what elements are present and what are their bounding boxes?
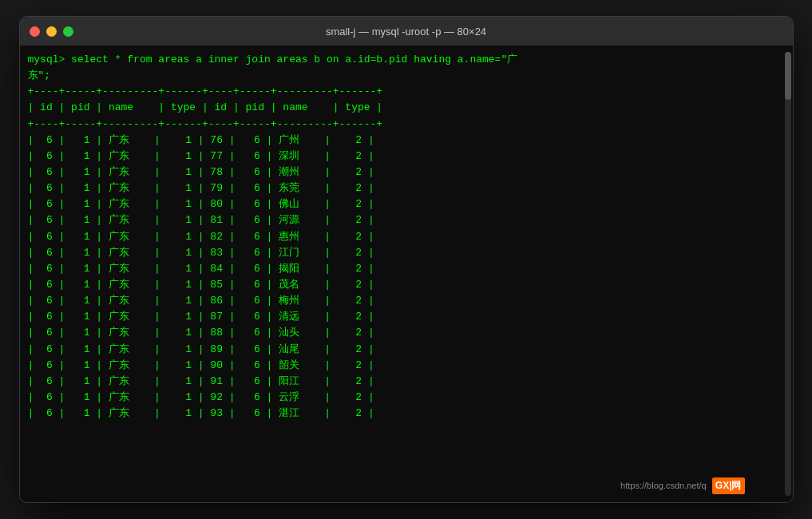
watermark-logo: GX|网 (712, 477, 745, 494)
terminal-body[interactable]: mysql> select * from areas a inner join … (20, 46, 793, 502)
titlebar: small-j — mysql -uroot -p — 80×24 (20, 17, 793, 46)
table-row: | 6 | 1 | 广东 | 1 | 79 | 6 | 东莞 | 2 | (28, 180, 774, 196)
table-row: | 6 | 1 | 广东 | 1 | 78 | 6 | 潮州 | 2 | (28, 164, 774, 180)
table-row: | 6 | 1 | 广东 | 1 | 80 | 6 | 佛山 | 2 | (28, 196, 774, 212)
table-row: | 6 | 1 | 广东 | 1 | 85 | 6 | 茂名 | 2 | (28, 277, 774, 293)
table-row: | 6 | 1 | 广东 | 1 | 76 | 6 | 广州 | 2 | (28, 133, 774, 149)
terminal-window: small-j — mysql -uroot -p — 80×24 mysql>… (19, 16, 794, 503)
table-row: | 6 | 1 | 广东 | 1 | 81 | 6 | 河源 | 2 | (28, 212, 774, 228)
header-line: | id | pid | name | type | id | pid | na… (28, 100, 774, 116)
table-row: | 6 | 1 | 广东 | 1 | 84 | 6 | 揭阳 | 2 | (28, 261, 774, 277)
watermark: https://blog.csdn.net/q GX|网 (620, 477, 744, 494)
maximize-button[interactable] (63, 26, 73, 37)
traffic-lights (30, 26, 73, 37)
table-row: | 6 | 1 | 广东 | 1 | 89 | 6 | 汕尾 | 2 | (28, 342, 774, 358)
table-row: | 6 | 1 | 广东 | 1 | 88 | 6 | 汕头 | 2 | (28, 325, 774, 341)
terminal-content: mysql> select * from areas a inner join … (28, 52, 774, 422)
close-button[interactable] (30, 26, 40, 37)
watermark-url: https://blog.csdn.net/q (620, 481, 707, 490)
table-row: | 6 | 1 | 广东 | 1 | 91 | 6 | 阳江 | 2 | (28, 374, 774, 390)
scrollbar-thumb[interactable] (785, 52, 791, 100)
table-row: | 6 | 1 | 广东 | 1 | 87 | 6 | 清远 | 2 | (28, 309, 774, 325)
table-row: | 6 | 1 | 广东 | 1 | 86 | 6 | 梅州 | 2 | (28, 293, 774, 309)
separator-top: +----+-----+---------+------+----+-----+… (28, 84, 774, 100)
table-row: | 6 | 1 | 广东 | 1 | 77 | 6 | 深圳 | 2 | (28, 149, 774, 164)
table-row: | 6 | 1 | 广东 | 1 | 93 | 6 | 湛江 | 2 | (28, 406, 774, 422)
minimize-button[interactable] (46, 26, 57, 37)
table-row: | 6 | 1 | 广东 | 1 | 82 | 6 | 惠州 | 2 | (28, 229, 774, 245)
separator-mid: +----+-----+---------+------+----+-----+… (28, 117, 774, 133)
window-title: small-j — mysql -uroot -p — 80×24 (326, 26, 486, 38)
table-row: | 6 | 1 | 广东 | 1 | 92 | 6 | 云浮 | 2 | (28, 390, 774, 406)
scrollbar[interactable] (785, 52, 791, 496)
prompt-line: mysql> select * from areas a inner join … (28, 52, 774, 84)
table-row: | 6 | 1 | 广东 | 1 | 90 | 6 | 韶关 | 2 | (28, 358, 774, 374)
data-rows: | 6 | 1 | 广东 | 1 | 76 | 6 | 广州 | 2 || 6 … (28, 133, 774, 422)
table-row: | 6 | 1 | 广东 | 1 | 83 | 6 | 江门 | 2 | (28, 245, 774, 261)
